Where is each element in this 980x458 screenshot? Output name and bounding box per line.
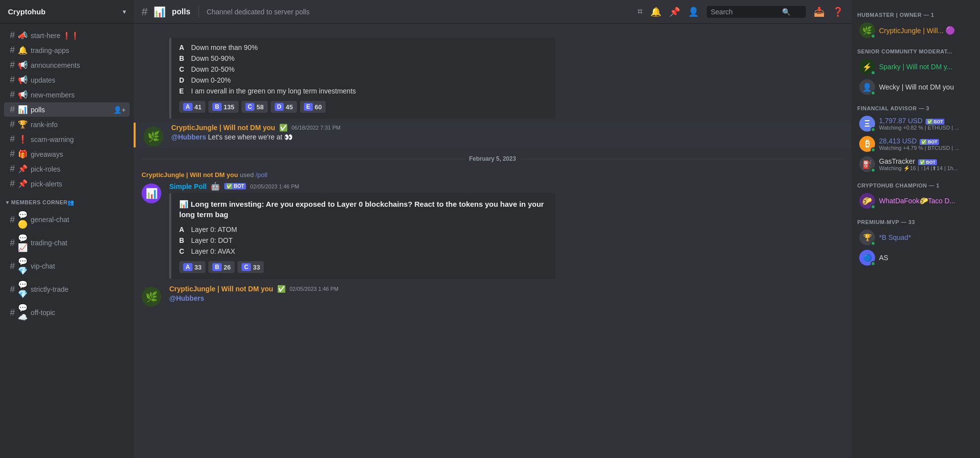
inbox-icon[interactable]: 📥 [814, 6, 825, 17]
member-name: WhatDaFook🌮Taco D... [879, 197, 955, 205]
search-bar[interactable]: 🔍 [707, 6, 806, 18]
member-item-wecky[interactable]: 👤 Wecky | Will not DM you [853, 77, 978, 97]
vote-badge[interactable]: B 135 [208, 101, 238, 113]
sidebar-item-pick-roles[interactable]: # 📌 pick-roles [4, 162, 130, 176]
member-item-whatdafook[interactable]: 🌮 WhatDaFook🌮Taco D... [853, 191, 978, 211]
poll-option: A Down more than 90% [179, 44, 547, 51]
sidebar-item-rank-info[interactable]: # 🏆 rank-info [4, 117, 130, 132]
poll-option: A Layer 0: ATOM [179, 226, 547, 233]
member-name: GasTracker ✅ BOT [879, 157, 958, 165]
sidebar: Cryptohub ▾ # 📣 start-here ❗❗ # 🔔 tradin… [0, 0, 134, 458]
add-member-icon[interactable]: 👤+ [113, 106, 126, 114]
sidebar-item-trading-chat[interactable]: # 💬📈 trading-chat [4, 231, 130, 254]
sidebar-item-start-here[interactable]: # 📣 start-here ❗❗ [4, 28, 130, 43]
message-content-2: CrypticJungle | Will not DM you ✅ 02/05/… [169, 285, 843, 307]
status-indicator [871, 91, 876, 95]
verified-badge: ✅ [279, 124, 288, 132]
sidebar-item-giveaways[interactable]: # 🎁 giveaways [4, 147, 130, 161]
sidebar-item-vip-chat[interactable]: # 💬💎 vip-chat [4, 255, 130, 277]
poll-option: B Down 50-90% [179, 54, 547, 62]
channel-name: off-topic [31, 309, 55, 317]
help-icon[interactable]: ❓ [833, 6, 843, 17]
topbar-divider [198, 6, 199, 18]
members-corner-category[interactable]: ▾ MEMBERS CORNER👥 [0, 191, 134, 208]
server-header[interactable]: Cryptohub ▾ [0, 0, 134, 24]
member-item-as[interactable]: 🔵 AS [853, 248, 978, 268]
sidebar-item-announcements[interactable]: # 📢 announcements [4, 58, 130, 72]
hash-icon: # [10, 261, 15, 272]
topbar-actions: ⌗ 🔔 📌 👤 🔍 📥 ❓ [637, 6, 843, 18]
poll-group-2: 📊 Simple Poll 🤖 ✅ BOT 02/05/2023 1:46 PM… [134, 179, 851, 282]
sidebar-item-off-topic[interactable]: # 💬☁️ off-topic [4, 301, 130, 324]
message-content-bot: Simple Poll 🤖 ✅ BOT 02/05/2023 1:46 PM 📊… [169, 182, 843, 279]
member-item-eth[interactable]: Ξ 1,797.87 USD ✅ BOT Watching +0.82 % | … [853, 114, 978, 134]
message-content-1: CrypticJungle | Will not DM you ✅ 06/18/… [171, 124, 843, 146]
member-item-btc[interactable]: ₿ 28,413 USD ✅ BOT Watching +4.79 % | BT… [853, 134, 978, 154]
vote-badge[interactable]: A 41 [179, 101, 205, 113]
member-avatar: 🌿 [859, 22, 875, 38]
sidebar-item-general-chat[interactable]: # 💬🟡 general-chat [4, 208, 130, 231]
poll-title: 📊 Long term investing: Are you exposed t… [179, 199, 547, 220]
vote-badge[interactable]: C 33 [238, 261, 264, 273]
mention-2: @Hubbers [169, 294, 204, 302]
poll-votes-1: A 41 B 135 C 58 D 45 [179, 101, 547, 113]
search-input[interactable] [711, 8, 780, 16]
date-divider: February 5, 2023 [134, 147, 851, 170]
username: CrypticJungle | Will not DM you [169, 285, 273, 293]
vote-badge[interactable]: B 26 [208, 261, 235, 273]
hash-icon: # [10, 284, 15, 295]
member-name: 28,413 USD ✅ BOT [879, 137, 959, 145]
sidebar-item-updates[interactable]: # 📢 updates [4, 73, 130, 87]
used-poll-notice: CrypticJungle | Will not DM you used /po… [134, 170, 851, 179]
vote-badge[interactable]: E 60 [300, 101, 326, 113]
vote-badge[interactable]: A 33 [179, 261, 205, 273]
channel-name: vip-chat [31, 262, 55, 270]
member-watching: Watching +4.79 % | BTCUSD | ... [879, 145, 959, 151]
category-arrow: ▾ [6, 199, 9, 206]
member-item-gastracker[interactable]: ⛽ GasTracker ✅ BOT Watching ⚡16 | ↑14 |⬆… [853, 154, 978, 174]
sidebar-item-trading-apps[interactable]: # 🔔 trading-apps [4, 43, 130, 57]
member-avatar: Ξ [859, 116, 875, 132]
channel-name: announcements [31, 61, 80, 69]
timestamp-2: 02/05/2023 1:46 PM [290, 286, 339, 292]
notification-icon[interactable]: 🔔 [650, 6, 661, 17]
search-icon: 🔍 [782, 8, 790, 16]
poll-embed-1: A Down more than 90% B Down 50-90% C Dow… [169, 38, 555, 119]
date-label: February 5, 2023 [469, 155, 516, 162]
topbar-description: Channel dedicated to server polls [207, 8, 310, 16]
bot-emoji: 🤖 [210, 182, 220, 191]
poll-options-2: A Layer 0: ATOM B Layer 0: DOT C Layer 0… [179, 226, 547, 255]
bot-badge: ✅ BOT [224, 183, 246, 189]
members-category-hubmaster: HUBMASTER | OWNER — 1 [851, 4, 980, 20]
sidebar-item-pick-alerts[interactable]: # 📌 pick-alerts [4, 177, 130, 191]
messages-container: A Down more than 90% B Down 50-90% C Dow… [134, 24, 851, 458]
message-header-bot: Simple Poll 🤖 ✅ BOT 02/05/2023 1:46 PM [169, 182, 843, 191]
vote-badge[interactable]: C 58 [242, 101, 268, 113]
poll-options-1: A Down more than 90% B Down 50-90% C Dow… [179, 44, 547, 95]
status-indicator [871, 204, 876, 209]
sidebar-item-strictly-trade[interactable]: # 💬💎 strictly-trade [4, 278, 130, 301]
message-group-1: 🌿 CrypticJungle | Will not DM you ✅ 06/1… [134, 123, 851, 147]
chevron-down-icon: ▾ [123, 8, 126, 15]
message-header-2: CrypticJungle | Will not DM you ✅ 02/05/… [169, 285, 843, 293]
sidebar-item-scam-warning[interactable]: # ❗ scam-warning [4, 132, 130, 146]
main-content: # 📊 polls Channel dedicated to server po… [134, 0, 851, 458]
pin-icon[interactable]: 📌 [669, 6, 680, 17]
threads-icon[interactable]: ⌗ [637, 6, 642, 17]
member-name: 1,797.87 USD ✅ BOT [879, 117, 959, 125]
used-poll-command: /poll [255, 171, 267, 179]
members-category-financial: FINANCIAL ADVISOR — 3 [851, 97, 980, 113]
sidebar-item-polls[interactable]: # 📊 polls 👤+ [4, 102, 130, 117]
avatar: 🌿 [142, 287, 161, 307]
channel-name: new-members [31, 91, 75, 99]
hash-icon: # [10, 45, 15, 55]
verified-badge-2: ✅ [277, 285, 286, 293]
member-item-bsquad[interactable]: 🏆 *B Squad* [853, 228, 978, 247]
members-icon[interactable]: 👤 [688, 6, 699, 17]
vote-badge[interactable]: D 45 [271, 101, 297, 113]
hash-icon: # [10, 119, 15, 130]
member-item-sparky[interactable]: ⚡ Sparky | Will not DM y... [853, 57, 978, 77]
member-avatar: 🏆 [859, 229, 875, 245]
sidebar-item-new-members[interactable]: # 📢 new-members [4, 88, 130, 102]
member-item-crypticjungle[interactable]: 🌿 CrypticJungle | Will... 🟣 [853, 20, 978, 40]
